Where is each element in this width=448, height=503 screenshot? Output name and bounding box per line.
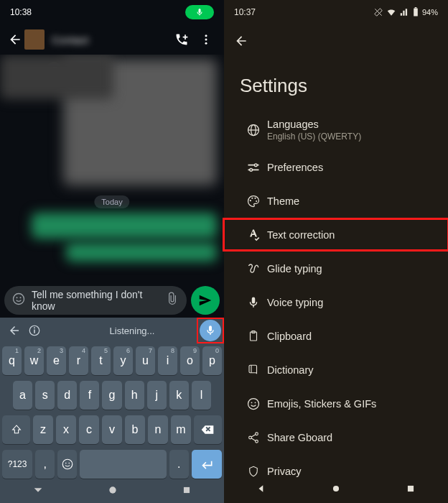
- nav-back[interactable]: [256, 484, 266, 497]
- key-z[interactable]: z: [33, 415, 53, 444]
- svg-rect-15: [414, 8, 418, 16]
- key-shift[interactable]: [2, 415, 30, 444]
- square-icon: [406, 484, 416, 494]
- more-vert-icon: [200, 33, 213, 46]
- settings-back[interactable]: [224, 24, 448, 57]
- key-b[interactable]: b: [125, 415, 145, 444]
- key-backspace[interactable]: [194, 415, 222, 444]
- status-bar-right: 10:37 94%: [224, 0, 448, 24]
- settings-sublabel: English (US) (QWERTY): [267, 131, 361, 142]
- key-symbols[interactable]: ?123: [2, 450, 32, 479]
- key-f[interactable]: f: [80, 381, 99, 410]
- more-button[interactable]: [194, 33, 218, 46]
- wifi-icon: [386, 7, 396, 17]
- key-u[interactable]: u7: [136, 346, 155, 375]
- incoming-image-2[interactable]: [0, 55, 113, 99]
- svg-rect-16: [415, 7, 417, 8]
- svg-point-33: [249, 436, 252, 439]
- settings-item-theme[interactable]: Theme: [224, 184, 448, 218]
- key-r[interactable]: r4: [69, 346, 88, 375]
- key-i[interactable]: i8: [158, 346, 177, 375]
- svg-point-29: [248, 398, 259, 409]
- chat-screen: 10:38 Contact Today Te: [0, 0, 224, 503]
- key-e[interactable]: e3: [47, 346, 66, 375]
- settings-item-share[interactable]: Share Gboard: [224, 420, 448, 454]
- svg-point-10: [65, 463, 67, 464]
- outgoing-message-1[interactable]: [32, 213, 217, 239]
- svg-point-2: [205, 42, 207, 45]
- key-a[interactable]: a: [13, 381, 32, 410]
- key-enter[interactable]: [192, 450, 222, 479]
- svg-point-30: [251, 402, 253, 403]
- chat-body[interactable]: Today: [0, 55, 224, 312]
- triangle-icon: [256, 484, 266, 494]
- arrow-left-icon: [8, 324, 21, 337]
- contact-name[interactable]: Contact: [52, 34, 169, 46]
- nav-bar-left: [0, 480, 224, 503]
- nav-recent[interactable]: [182, 485, 192, 498]
- nav-back[interactable]: [32, 484, 44, 499]
- emoji-icon: [246, 397, 261, 411]
- key-x[interactable]: x: [56, 415, 76, 444]
- key-space[interactable]: [80, 450, 166, 479]
- key-g[interactable]: g: [102, 381, 121, 410]
- settings-title: Settings: [224, 57, 448, 110]
- settings-item-preferences[interactable]: Preferences: [224, 150, 448, 184]
- triangle-down-icon: [32, 484, 44, 496]
- nav-home[interactable]: [108, 485, 118, 498]
- svg-point-11: [68, 463, 70, 464]
- mic-indicator-pill[interactable]: [185, 5, 214, 19]
- key-emoji[interactable]: [57, 450, 77, 479]
- key-q[interactable]: q1: [2, 346, 22, 375]
- settings-item-dictionary[interactable]: Dictionary: [224, 353, 448, 387]
- key-p[interactable]: p0: [202, 346, 222, 375]
- key-n[interactable]: n: [148, 415, 168, 444]
- back-button[interactable]: [6, 32, 24, 47]
- key-k[interactable]: k: [169, 381, 189, 410]
- settings-item-emojis[interactable]: Emojis, Stickers & GIFs: [224, 387, 448, 420]
- message-input-text: Tell me something I don't know: [32, 289, 165, 312]
- message-input[interactable]: Tell me something I don't know: [4, 286, 187, 315]
- settings-item-languages[interactable]: LanguagesEnglish (US) (QWERTY): [224, 110, 448, 150]
- emoji-icon[interactable]: [11, 292, 26, 309]
- key-d[interactable]: d: [57, 381, 77, 410]
- key-t[interactable]: t5: [91, 346, 111, 375]
- contact-avatar[interactable]: [24, 29, 45, 50]
- key-period[interactable]: .: [169, 450, 189, 479]
- svg-point-22: [250, 200, 251, 201]
- keyboard-info-button[interactable]: [24, 320, 45, 341]
- settings-item-clipboard[interactable]: Clipboard: [224, 319, 448, 353]
- key-c[interactable]: c: [79, 415, 99, 444]
- svg-point-31: [255, 402, 256, 403]
- key-comma[interactable]: ,: [35, 450, 55, 479]
- key-l[interactable]: l: [192, 381, 211, 410]
- key-y[interactable]: y6: [113, 346, 133, 375]
- palette-icon: [246, 194, 261, 208]
- settings-list[interactable]: LanguagesEnglish (US) (QWERTY) Preferenc…: [224, 110, 448, 488]
- key-m[interactable]: m: [171, 415, 191, 444]
- key-s[interactable]: s: [35, 381, 55, 410]
- svg-point-4: [17, 297, 18, 298]
- key-w[interactable]: w2: [24, 346, 44, 375]
- key-v[interactable]: v: [102, 415, 122, 444]
- video-call-button[interactable]: [169, 32, 194, 47]
- attach-icon[interactable]: [165, 292, 179, 309]
- nav-home[interactable]: [331, 484, 341, 497]
- settings-item-voice[interactable]: Voice typing: [224, 285, 448, 319]
- key-h[interactable]: h: [125, 381, 144, 410]
- status-icons: 94%: [373, 7, 438, 17]
- send-button[interactable]: [191, 286, 220, 315]
- circle-icon: [108, 485, 118, 495]
- svg-line-35: [251, 434, 256, 437]
- keyboard-back-button[interactable]: [4, 320, 24, 341]
- key-j[interactable]: j: [147, 381, 167, 410]
- outgoing-message-2[interactable]: [66, 243, 217, 262]
- add-call-icon: [174, 32, 189, 47]
- nav-recent[interactable]: [406, 484, 416, 497]
- key-o[interactable]: o9: [180, 346, 200, 375]
- svg-point-21: [250, 168, 253, 171]
- status-time-right: 10:37: [234, 7, 256, 17]
- settings-item-text-correction[interactable]: Text correction: [224, 218, 448, 251]
- settings-item-glide[interactable]: Glide typing: [224, 251, 448, 285]
- mic-icon: [195, 8, 204, 17]
